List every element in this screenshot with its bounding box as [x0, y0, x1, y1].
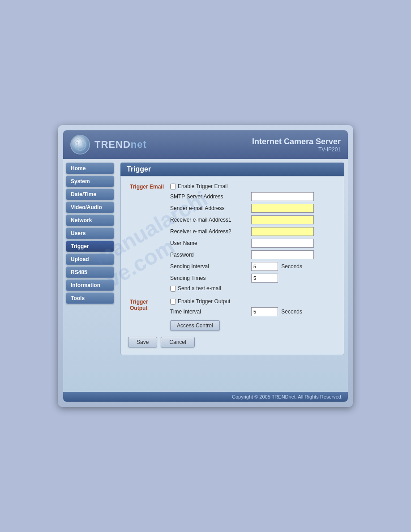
logo-area: TRENDnet — [70, 135, 147, 154]
sidebar-item-upload[interactable]: Upload — [66, 253, 114, 265]
send-test-checkbox[interactable] — [170, 286, 176, 292]
form-table: Trigger Email Enable Trigger Email SMTP … — [128, 182, 337, 332]
svg-point-3 — [79, 143, 81, 146]
sidebar-item-system[interactable]: System — [66, 176, 114, 187]
password-label: Password — [168, 249, 249, 261]
enable-trigger-email-row[interactable]: Enable Trigger Email — [170, 183, 335, 189]
receiver1-label: Receiver e-mail Address1 — [168, 214, 249, 226]
content-panel: Trigger Trigger Email Enable Trigger Ema… — [117, 159, 348, 392]
receiver2-input[interactable] — [251, 227, 314, 236]
trendnet-logo-icon — [70, 135, 90, 154]
seconds-label-1: Seconds — [281, 263, 302, 270]
save-button[interactable]: Save — [128, 337, 157, 348]
password-input[interactable] — [251, 250, 314, 259]
trigger-title: Trigger — [127, 165, 151, 173]
sending-interval-label: Sending Interval — [168, 261, 249, 272]
enable-trigger-output-row[interactable]: Enable Trigger Output — [170, 298, 335, 305]
smtp-server-input[interactable] — [251, 192, 314, 201]
brand-name: TRENDnet — [94, 139, 147, 150]
sidebar-item-rs485[interactable]: RS485 — [66, 266, 114, 278]
receiver1-input[interactable] — [251, 215, 314, 224]
sending-times-label: Sending Times — [168, 272, 249, 284]
sidebar: Home System Date/Time Video/Audio Networ… — [63, 159, 117, 392]
brand-suffix: net — [131, 139, 147, 150]
username-label: User Name — [168, 237, 249, 249]
trigger-output-section-row: Trigger Output Enable Trigger Output — [128, 297, 337, 306]
username-input[interactable] — [251, 239, 314, 248]
sending-interval-input[interactable] — [251, 262, 278, 271]
separator-row — [128, 293, 337, 297]
access-control-button[interactable]: Access Control — [170, 320, 220, 331]
trigger-output-label: Trigger Output — [128, 297, 168, 332]
sending-times-input[interactable] — [251, 274, 278, 283]
enable-trigger-email-checkbox[interactable] — [170, 184, 176, 189]
sidebar-item-home[interactable]: Home — [66, 163, 114, 174]
sidebar-item-network[interactable]: Network — [66, 215, 114, 226]
sidebar-item-information[interactable]: Information — [66, 279, 114, 291]
sidebar-item-tools[interactable]: Tools — [66, 292, 114, 304]
brand-prefix: TREND — [94, 139, 131, 150]
trigger-email-label: Trigger Email — [128, 182, 168, 293]
model-label: TV-IP201 — [252, 146, 341, 153]
enable-trigger-email-text: Enable Trigger Email — [178, 183, 227, 189]
sidebar-item-videoaudio[interactable]: Video/Audio — [66, 202, 114, 213]
footer: Copyright © 2005 TRENDnet. All Rights Re… — [63, 392, 348, 402]
enable-trigger-output-text: Enable Trigger Output — [178, 298, 230, 305]
sidebar-item-datetime[interactable]: Date/Time — [66, 189, 114, 200]
action-row: Save Cancel — [128, 332, 337, 349]
sender-email-input[interactable] — [251, 204, 314, 213]
copyright-text: Copyright © 2005 TRENDnet. All Rights Re… — [232, 394, 342, 399]
sidebar-item-trigger[interactable]: Trigger — [66, 240, 114, 252]
page-title: Internet Camera Server — [252, 137, 341, 146]
form-container: Trigger Email Enable Trigger Email SMTP … — [120, 176, 344, 355]
seconds-label-2: Seconds — [281, 309, 302, 315]
page-title-bar: Trigger — [120, 163, 344, 176]
receiver2-label: Receiver e-mail Address2 — [168, 226, 249, 237]
header: TRENDnet Internet Camera Server TV-IP201 — [63, 130, 348, 159]
send-test-label-row[interactable]: Send a test e-mail — [170, 285, 335, 292]
time-interval-label: Time Interval — [168, 306, 249, 317]
smtp-server-label: SMTP Server Address — [168, 191, 249, 202]
time-interval-input[interactable] — [251, 307, 278, 316]
sender-email-label: Sender e-mail Address — [168, 202, 249, 214]
cancel-button[interactable]: Cancel — [161, 337, 194, 348]
enable-trigger-output-checkbox[interactable] — [170, 299, 176, 305]
send-test-text: Send a test e-mail — [178, 285, 221, 292]
header-right: Internet Camera Server TV-IP201 — [252, 137, 341, 153]
sidebar-item-users[interactable]: Users — [66, 227, 114, 239]
trigger-email-section-row: Trigger Email Enable Trigger Email — [128, 182, 337, 191]
main-content: Home System Date/Time Video/Audio Networ… — [63, 159, 348, 392]
